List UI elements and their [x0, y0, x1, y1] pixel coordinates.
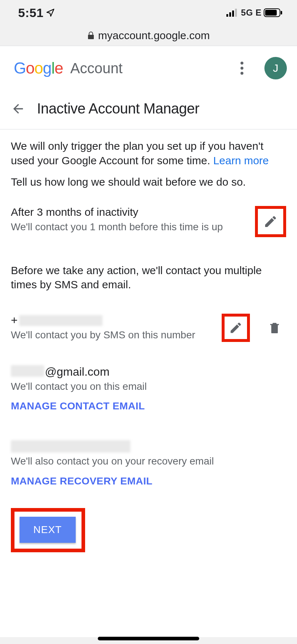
- svg-point-8: [240, 67, 243, 70]
- manage-recovery-email-button[interactable]: MANAGE RECOVERY EMAIL: [11, 475, 152, 487]
- google-logo[interactable]: Google: [14, 59, 63, 77]
- more-menu-button[interactable]: [234, 60, 250, 76]
- app-header: Google Account J: [0, 46, 297, 90]
- phone-number-redacted: xxxxxxxxxx: [19, 315, 103, 326]
- back-button[interactable]: [10, 101, 26, 117]
- page-title: Inactive Account Manager: [37, 100, 199, 117]
- edit-phone-button[interactable]: [222, 314, 250, 342]
- lock-icon: [87, 31, 95, 40]
- email-section: xxxx @gmail.com We'll contact you on thi…: [11, 365, 286, 412]
- svg-rect-2: [232, 11, 234, 17]
- phone-value: + xxxxxxxxxx: [11, 314, 215, 327]
- url-text: myaccount.google.com: [98, 29, 210, 42]
- location-icon: [46, 8, 55, 17]
- status-right: 5G E: [226, 8, 283, 18]
- status-time: 5:51: [18, 6, 43, 20]
- recovery-section: xxxxxxxxxxxxxxx We'll also contact you o…: [11, 440, 286, 487]
- pencil-icon: [263, 214, 278, 229]
- email-value: xxxx @gmail.com: [11, 365, 286, 379]
- avatar[interactable]: J: [264, 57, 287, 79]
- svg-point-7: [240, 62, 243, 65]
- email-local-redacted: xxxx: [11, 365, 44, 377]
- recovery-sub: We'll also contact you on your recovery …: [11, 455, 286, 468]
- svg-point-9: [240, 72, 243, 75]
- battery-icon: [264, 8, 283, 17]
- phone-section: + xxxxxxxxxx We'll contact you by SMS on…: [11, 314, 286, 342]
- status-left: 5:51: [18, 6, 55, 20]
- edit-inactivity-button[interactable]: [255, 206, 286, 237]
- network-type: 5G E: [241, 8, 262, 18]
- recovery-email-redacted: xxxxxxxxxxxxxxx: [11, 440, 130, 453]
- product-name: Account: [70, 60, 123, 77]
- phone-sub: We'll contact you by SMS on this number: [11, 329, 215, 342]
- cellular-icon: [226, 9, 239, 17]
- status-bar: 5:51 5G E: [0, 0, 297, 25]
- phone-prefix: +: [11, 314, 18, 327]
- svg-rect-6: [281, 11, 282, 15]
- page-title-row: Inactive Account Manager: [0, 90, 297, 129]
- svg-rect-3: [235, 9, 237, 17]
- intro-paragraph: We will only trigger the plan you set up…: [11, 139, 286, 168]
- inactivity-section: After 3 months of inactivity We'll conta…: [11, 206, 286, 237]
- next-button-wrap: NEXT: [11, 508, 286, 552]
- intro-instruction: Tell us how long we should wait before w…: [11, 175, 286, 189]
- svg-rect-1: [229, 12, 231, 17]
- inactivity-sub: We'll contact you 1 month before this ti…: [11, 220, 248, 234]
- learn-more-link[interactable]: Learn more: [213, 154, 269, 166]
- manage-contact-email-button[interactable]: MANAGE CONTACT EMAIL: [11, 400, 145, 412]
- browser-url-bar[interactable]: myaccount.google.com: [0, 25, 297, 46]
- inactivity-heading: After 3 months of inactivity: [11, 206, 248, 218]
- page-content: We will only trigger the plan you set up…: [0, 129, 297, 637]
- pencil-icon: [229, 321, 243, 335]
- svg-rect-5: [265, 10, 277, 16]
- contact-intro: Before we take any action, we'll contact…: [11, 263, 286, 292]
- home-indicator[interactable]: [98, 637, 199, 640]
- next-button[interactable]: NEXT: [20, 517, 76, 543]
- email-domain: @gmail.com: [45, 365, 109, 379]
- delete-phone-button[interactable]: [263, 316, 286, 339]
- trash-icon: [268, 321, 281, 335]
- email-sub: We'll contact you on this email: [11, 380, 286, 393]
- svg-rect-0: [226, 14, 228, 17]
